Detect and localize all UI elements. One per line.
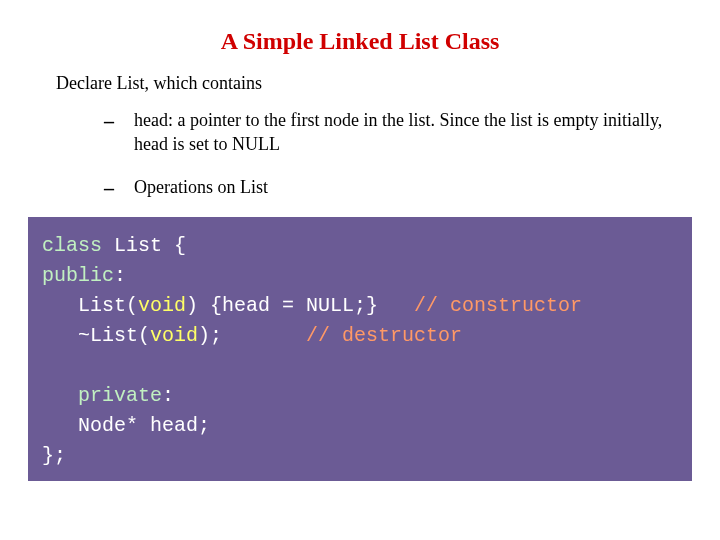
slide-title: A Simple Linked List Class: [32, 28, 688, 55]
code-keyword: class: [42, 234, 102, 257]
lead-text: Declare List, which contains: [56, 73, 688, 94]
list-item: Operations on List: [104, 175, 688, 199]
list-item: head: a pointer to the first node in the…: [104, 108, 688, 157]
code-void: void: [150, 324, 198, 347]
code-keyword: public: [42, 264, 114, 287]
code-text: );: [198, 324, 306, 347]
code-comment: // destructor: [306, 324, 462, 347]
code-text: ) {head = NULL;}: [186, 294, 414, 317]
bullet-list: head: a pointer to the first node in the…: [104, 108, 688, 199]
code-text: List(: [42, 294, 138, 317]
slide: A Simple Linked List Class Declare List,…: [0, 0, 720, 540]
code-keyword: private: [42, 384, 162, 407]
code-text: };: [42, 444, 66, 467]
code-void: void: [138, 294, 186, 317]
code-text: :: [114, 264, 126, 287]
code-text: List {: [102, 234, 186, 257]
code-text: :: [162, 384, 174, 407]
code-comment: // constructor: [414, 294, 582, 317]
code-text: Node* head;: [42, 414, 210, 437]
code-block: class List { public: List(void) {head = …: [28, 217, 692, 481]
code-text: ~List(: [42, 324, 150, 347]
